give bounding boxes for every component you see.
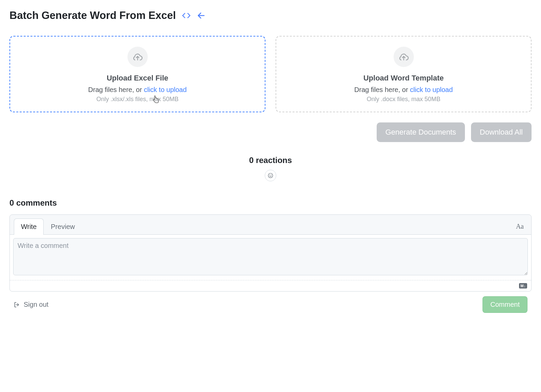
sign-out-link[interactable]: Sign out [14, 301, 48, 308]
reactions-section: 0 reactions [9, 156, 532, 181]
markdown-icon[interactable]: M↓ [519, 283, 527, 289]
code-icon[interactable] [182, 11, 191, 20]
generate-documents-button[interactable]: Generate Documents [377, 122, 465, 142]
reactions-count: 0 reactions [9, 156, 532, 165]
upload-word-drag-text: Drag files here, or [354, 86, 410, 93]
comment-footer: Sign out Comment [9, 292, 532, 316]
upload-excel-dropzone[interactable]: Upload Excel File Drag files here, or cl… [9, 36, 265, 112]
comment-textarea[interactable] [13, 238, 528, 275]
comment-submit-button[interactable]: Comment [483, 296, 527, 313]
sign-out-icon [14, 301, 20, 308]
upload-word-sub: Drag files here, or click to upload [283, 86, 524, 94]
comment-textarea-wrap [10, 234, 531, 280]
upload-excel-title: Upload Excel File [17, 74, 258, 83]
text-style-icon[interactable]: Aa [516, 223, 527, 230]
comment-editor: Write Preview Aa M↓ [9, 214, 532, 292]
upload-word-title: Upload Word Template [283, 74, 524, 83]
page-header: Batch Generate Word From Excel [9, 9, 532, 22]
tab-preview[interactable]: Preview [44, 218, 82, 235]
upload-row: Upload Excel File Drag files here, or cl… [9, 36, 532, 112]
comments-heading: 0 comments [9, 198, 532, 208]
upload-excel-link[interactable]: click to upload [144, 86, 187, 93]
upload-excel-hint: Only .xlsx/.xls files, max 50MB [17, 96, 258, 103]
cloud-upload-icon [127, 47, 148, 67]
action-row: Generate Documents Download All [9, 122, 532, 142]
sign-out-label: Sign out [24, 301, 48, 308]
svg-point-3 [268, 173, 273, 178]
markdown-hint-row: M↓ [10, 280, 531, 291]
tab-write[interactable]: Write [14, 218, 44, 235]
cloud-upload-icon [394, 47, 414, 67]
upload-word-dropzone[interactable]: Upload Word Template Drag files here, or… [276, 36, 532, 112]
svg-point-5 [271, 175, 272, 175]
upload-excel-drag-text: Drag files here, or [88, 86, 144, 93]
add-reaction-button[interactable] [265, 170, 276, 181]
upload-word-hint: Only .docx files, max 50MB [283, 96, 524, 103]
upload-word-link[interactable]: click to upload [410, 86, 453, 93]
download-all-button[interactable]: Download All [471, 122, 532, 142]
back-arrow-icon[interactable] [197, 11, 206, 20]
page-title: Batch Generate Word From Excel [9, 9, 176, 22]
svg-point-4 [269, 175, 270, 175]
comment-tabs: Write Preview Aa [10, 215, 531, 234]
smiley-icon [267, 172, 274, 179]
upload-excel-sub: Drag files here, or click to upload [17, 86, 258, 94]
